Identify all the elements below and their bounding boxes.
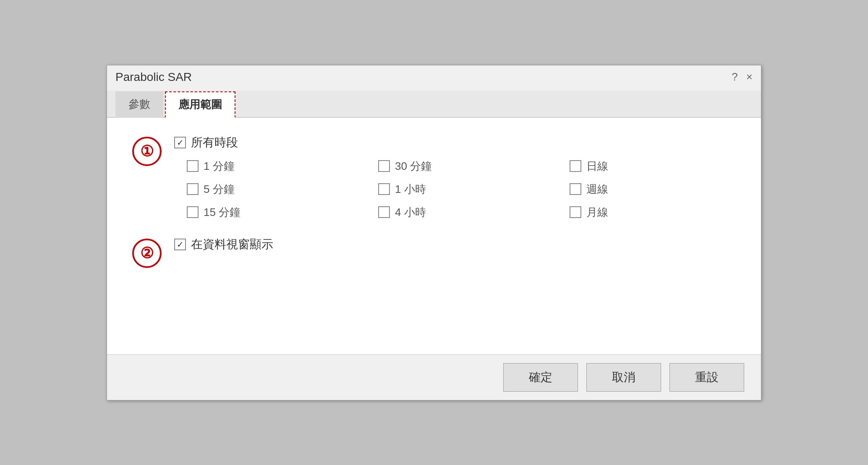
confirm-button[interactable]: 確定 (503, 363, 578, 392)
section-2-content: 在資料視窗顯示 (174, 236, 736, 256)
period-1hour: 1 小時 (378, 182, 544, 197)
help-button[interactable]: ? (732, 70, 737, 83)
checkbox-4hour[interactable] (378, 206, 390, 218)
show-data-row: 在資料視窗顯示 (174, 236, 736, 252)
show-data-checkbox[interactable] (174, 239, 186, 250)
section-2-number: ② (132, 239, 162, 268)
checkbox-15min[interactable] (187, 206, 199, 218)
period-monthly: 月線 (570, 205, 736, 220)
period-5min: 5 分鐘 (187, 182, 353, 197)
title-controls: ? × (732, 70, 753, 83)
checkbox-5min[interactable] (187, 183, 199, 195)
dialog-title: Parabolic SAR (115, 70, 192, 84)
close-button[interactable]: × (746, 70, 753, 83)
cancel-button[interactable]: 取消 (586, 363, 661, 392)
checkbox-weekly[interactable] (570, 183, 581, 195)
title-bar: Parabolic SAR ? × (107, 65, 761, 87)
section-1: ① 所有時段 1 分鐘 30 分鐘 (132, 135, 736, 220)
period-4hour: 4 小時 (378, 205, 544, 220)
period-daily: 日線 (570, 159, 736, 174)
dialog: Parabolic SAR ? × 參數 應用範圍 ① 所有時段 (107, 65, 761, 400)
checkbox-1min[interactable] (187, 160, 199, 172)
checkbox-daily[interactable] (570, 160, 581, 172)
period-15min: 15 分鐘 (187, 205, 353, 220)
show-data-label[interactable]: 在資料視窗顯示 (174, 236, 273, 252)
tab-apply-range[interactable]: 應用範圍 (165, 91, 235, 118)
checkbox-30min[interactable] (378, 160, 390, 172)
periods-grid: 1 分鐘 30 分鐘 日線 5 分鐘 (187, 159, 736, 220)
tab-params[interactable]: 參數 (115, 91, 163, 118)
period-1min: 1 分鐘 (187, 159, 353, 174)
section-1-content: 所有時段 1 分鐘 30 分鐘 日線 (174, 135, 736, 220)
all-periods-row: 所有時段 (174, 135, 736, 151)
reset-button[interactable]: 重設 (669, 363, 744, 392)
tab-bar: 參數 應用範圍 (107, 91, 761, 118)
section-2: ② 在資料視窗顯示 (132, 236, 736, 268)
checkbox-1hour[interactable] (378, 183, 390, 195)
section-1-number: ① (132, 137, 162, 166)
period-weekly: 週線 (570, 182, 736, 197)
all-periods-label[interactable]: 所有時段 (174, 135, 238, 151)
footer: 確定 取消 重設 (107, 354, 761, 400)
content-area: ① 所有時段 1 分鐘 30 分鐘 (107, 118, 761, 354)
all-periods-checkbox[interactable] (174, 137, 186, 148)
checkbox-monthly[interactable] (570, 206, 581, 218)
period-30min: 30 分鐘 (378, 159, 544, 174)
